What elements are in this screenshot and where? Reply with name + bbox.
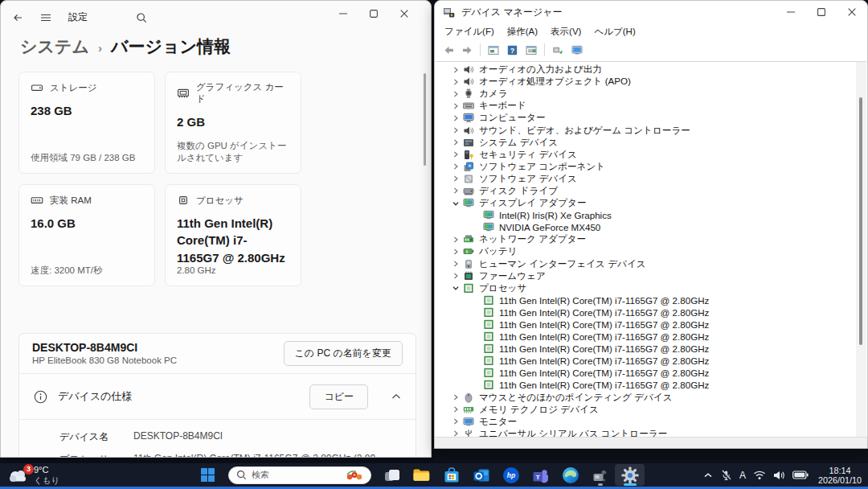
taskbar-outlook-button[interactable]	[466, 464, 496, 486]
weather-widget[interactable]: 3 9°C くもり	[6, 465, 59, 485]
tree-item[interactable]: ディスプレイ アダプター	[436, 197, 866, 209]
tree-item[interactable]: オーディオ処理オブジェクト (APO)	[436, 76, 866, 88]
tree-item[interactable]: システム デバイス	[436, 137, 866, 149]
minimize-button[interactable]	[328, 2, 358, 25]
device-spec-header[interactable]: デバイスの仕様 コピー	[19, 374, 416, 420]
chevron-right-icon[interactable]	[450, 186, 461, 196]
audio-device-icon	[463, 64, 475, 75]
tree-item[interactable]: NVIDIA GeForce MX450	[436, 221, 866, 233]
chevron-right-icon[interactable]	[450, 64, 461, 75]
tree-item[interactable]: Intel(R) Iris(R) Xe Graphics	[436, 209, 866, 221]
chevron-right-icon[interactable]	[450, 162, 461, 172]
console-tree-icon[interactable]	[487, 44, 500, 56]
taskbar-teams-button[interactable]: T	[526, 464, 555, 486]
copy-button[interactable]: コピー	[309, 384, 368, 409]
tree-item[interactable]: オーディオの入力および出力	[436, 64, 866, 76]
back-icon[interactable]	[443, 45, 455, 55]
maximize-button[interactable]	[358, 2, 389, 25]
navigation-menu-button[interactable]	[35, 7, 55, 28]
microphone-muted-icon[interactable]	[720, 470, 732, 481]
chevron-right-icon[interactable]	[450, 417, 461, 427]
tree-item[interactable]: 11th Gen Intel(R) Core(TM) i7-1165G7 @ 2…	[436, 343, 866, 355]
maximize-button[interactable]	[806, 1, 837, 23]
chevron-right-icon[interactable]	[450, 150, 461, 160]
taskbar-hp-button[interactable]: hp	[496, 464, 526, 486]
taskbar-task-view-button[interactable]	[377, 464, 407, 486]
chevron-down-icon[interactable]	[450, 198, 461, 208]
tree-item[interactable]: ネットワーク アダプター	[436, 233, 866, 245]
properties-icon[interactable]	[525, 44, 538, 56]
taskbar-edge-button[interactable]	[555, 464, 585, 486]
tree-item[interactable]: サウンド、ビデオ、およびゲーム コントローラー	[436, 124, 866, 136]
tree-item[interactable]: バッテリ	[436, 245, 866, 257]
close-button[interactable]	[837, 1, 867, 23]
chevron-right-icon[interactable]	[450, 271, 461, 281]
hidden-icons-chevron[interactable]	[703, 472, 713, 479]
tree-item[interactable]: 11th Gen Intel(R) Core(TM) i7-1165G7 @ 2…	[436, 379, 866, 391]
tree-item[interactable]: キーボード	[436, 100, 866, 112]
chevron-right-icon[interactable]	[450, 113, 461, 123]
tree-item[interactable]: ヒューマン インターフェイス デバイス	[436, 258, 866, 270]
breadcrumb-system[interactable]: システム	[20, 35, 89, 58]
chevron-down-icon[interactable]	[450, 283, 461, 294]
tree-item[interactable]: 11th Gen Intel(R) Core(TM) i7-1165G7 @ 2…	[436, 355, 866, 367]
notification-badge: 3	[23, 464, 34, 475]
chevron-right-icon[interactable]	[450, 101, 461, 111]
tree-item[interactable]: メモリ テクノロジ デバイス	[436, 404, 866, 416]
volume-icon[interactable]	[773, 471, 785, 480]
taskbar-settings-button[interactable]	[615, 464, 645, 486]
scan-hardware-changes-icon[interactable]	[551, 44, 564, 56]
back-button[interactable]	[7, 7, 28, 28]
clock[interactable]: 18:14 2026/01/10	[818, 466, 862, 485]
battery-icon[interactable]	[792, 471, 809, 479]
chevron-up-icon[interactable]	[391, 393, 401, 400]
search-button[interactable]	[131, 7, 152, 28]
chevron-right-icon[interactable]	[450, 259, 461, 269]
tree-item[interactable]: ディスク ドライブ	[436, 185, 866, 197]
taskbar-start-button[interactable]	[193, 464, 223, 486]
tree-item[interactable]: カメラ	[436, 88, 866, 100]
chevron-right-icon[interactable]	[450, 392, 461, 403]
chevron-right-icon[interactable]	[450, 88, 461, 99]
chevron-right-icon[interactable]	[450, 76, 461, 87]
tree-item[interactable]: 11th Gen Intel(R) Core(TM) i7-1165G7 @ 2…	[436, 331, 866, 343]
taskbar-file-explorer-button[interactable]	[407, 464, 436, 486]
tree-item[interactable]: プロセッサ	[436, 282, 866, 294]
tree-item[interactable]: コンピューター	[436, 112, 866, 124]
chevron-right-icon[interactable]	[450, 234, 461, 244]
rename-pc-button[interactable]: この PC の名前を変更	[284, 341, 403, 366]
chevron-right-icon[interactable]	[450, 125, 461, 136]
tree-item[interactable]: ソフトウェア コンポーネント	[436, 161, 866, 173]
tree-item[interactable]: 11th Gen Intel(R) Core(TM) i7-1165G7 @ 2…	[436, 318, 866, 331]
tree-item[interactable]: ソフトウェア デバイス	[436, 173, 866, 185]
tree-item[interactable]: ファームウェア	[436, 270, 866, 282]
close-button[interactable]	[389, 2, 420, 25]
weather-condition: くもり	[34, 475, 59, 486]
tree-scrollbar[interactable]	[856, 62, 866, 438]
settings-scrollbar[interactable]	[424, 73, 426, 166]
ime-mode-indicator[interactable]: A	[739, 470, 746, 481]
menu-item-0[interactable]: ファイル(F)	[438, 24, 501, 39]
taskbar-device-manager-button[interactable]	[585, 464, 615, 486]
devices-monitor-icon[interactable]	[571, 44, 583, 56]
menu-item-1[interactable]: 操作(A)	[501, 24, 544, 39]
chevron-right-icon[interactable]	[450, 138, 461, 148]
tree-item[interactable]: 11th Gen Intel(R) Core(TM) i7-1165G7 @ 2…	[436, 294, 866, 306]
chevron-right-icon[interactable]	[450, 405, 461, 415]
taskbar-microsoft-store-button[interactable]	[436, 464, 466, 486]
forward-icon[interactable]	[461, 45, 473, 55]
menu-item-3[interactable]: ヘルプ(H)	[588, 24, 641, 39]
tree-item[interactable]: 11th Gen Intel(R) Core(TM) i7-1165G7 @ 2…	[436, 367, 866, 379]
help-icon[interactable]: ?	[506, 44, 518, 56]
tree-item[interactable]: モニター	[436, 416, 866, 428]
tree-item[interactable]: 11th Gen Intel(R) Core(TM) i7-1165G7 @ 2…	[436, 306, 866, 318]
wifi-icon[interactable]	[753, 470, 766, 480]
chevron-right-icon[interactable]	[450, 174, 461, 184]
taskbar-search-box[interactable]: 検索	[228, 466, 371, 484]
tree-item[interactable]: セキュリティ デバイス	[436, 149, 866, 161]
minimize-button[interactable]	[776, 1, 806, 23]
menu-item-2[interactable]: 表示(V)	[544, 24, 588, 39]
chevron-right-icon[interactable]	[450, 246, 461, 257]
tree-item[interactable]: マウスとそのほかのポインティング デバイス	[436, 392, 866, 404]
tree-scrollbar-thumb[interactable]	[859, 97, 862, 345]
